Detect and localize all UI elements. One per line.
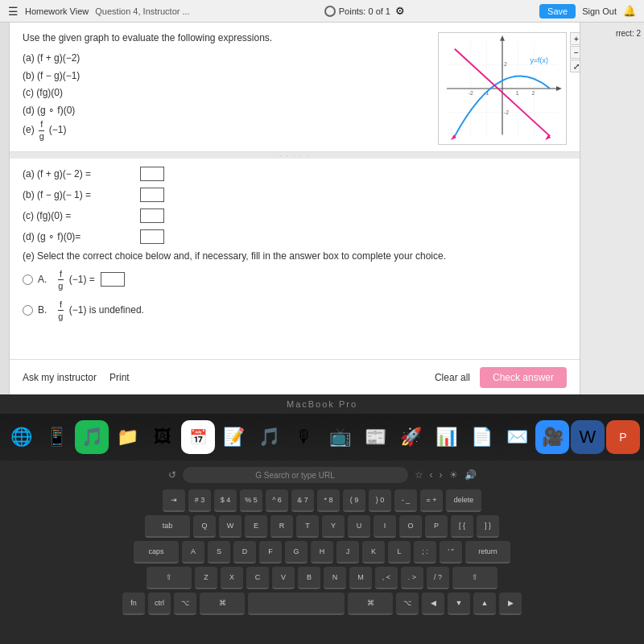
key-cmd-l[interactable]: ⌘ <box>200 592 245 615</box>
key-period[interactable]: . > <box>401 567 423 589</box>
key-u[interactable]: U <box>348 515 370 538</box>
key-minus[interactable]: - _ <box>394 489 417 512</box>
bookmark-icon[interactable]: ☆ <box>415 469 423 481</box>
key-e[interactable]: E <box>245 515 267 538</box>
key-z[interactable]: Z <box>195 567 217 589</box>
key-shift-r[interactable]: ⇧ <box>452 567 497 589</box>
key-open-paren[interactable]: ( 9 <box>343 489 365 512</box>
key-r[interactable]: R <box>270 515 293 538</box>
key-b[interactable]: B <box>298 567 320 589</box>
dock-zoom[interactable]: 🎥 <box>535 420 569 454</box>
key-x[interactable]: X <box>221 567 243 589</box>
dock-mail[interactable]: ✉️ <box>500 420 534 454</box>
key-f[interactable]: F <box>259 541 282 564</box>
answer-a-input[interactable] <box>140 167 164 181</box>
key-s[interactable]: S <box>208 541 230 564</box>
answer-d-input[interactable] <box>140 229 164 244</box>
dock-numbers[interactable]: 📊 <box>429 420 463 454</box>
key-caret[interactable]: ^ 6 <box>266 489 288 512</box>
key-k[interactable]: K <box>362 541 385 564</box>
key-v[interactable]: V <box>272 567 295 589</box>
option-a-radio[interactable] <box>23 275 33 285</box>
key-close-brace[interactable]: ] } <box>477 515 499 538</box>
zoom-out-button[interactable]: − <box>570 46 580 59</box>
key-delete[interactable]: delete <box>446 489 481 512</box>
key-h[interactable]: H <box>311 541 333 564</box>
check-answer-button[interactable]: Check answer <box>480 367 567 388</box>
key-up[interactable]: ▲ <box>473 592 496 615</box>
bell-icon[interactable]: 🔔 <box>623 5 636 17</box>
key-semicolon[interactable]: ; : <box>414 541 436 564</box>
dock-files[interactable]: 📁 <box>110 420 144 454</box>
dock-itunes[interactable]: 🎵 <box>252 420 286 454</box>
key-o[interactable]: O <box>399 515 422 538</box>
key-slash[interactable]: / ? <box>427 567 449 589</box>
key-g[interactable]: G <box>285 541 308 564</box>
sign-out-button[interactable]: Sign Out <box>582 6 617 16</box>
key-return[interactable]: return <box>465 541 510 564</box>
key-tab2[interactable]: tab <box>145 515 190 538</box>
dock-facetime[interactable]: 📱 <box>39 420 73 454</box>
key-comma[interactable]: , < <box>375 567 398 589</box>
hamburger-icon[interactable]: ☰ <box>8 5 19 18</box>
dock-spotify[interactable]: 🎵 <box>75 420 109 454</box>
ask-instructor-button[interactable]: Ask my instructor <box>23 372 97 383</box>
option-b-radio[interactable] <box>23 305 33 316</box>
key-close-paren[interactable]: ) 0 <box>369 489 391 512</box>
key-t[interactable]: T <box>296 515 319 538</box>
key-hash[interactable]: # 3 <box>188 489 211 512</box>
dock-notes[interactable]: 📝 <box>217 420 250 454</box>
key-i[interactable]: I <box>374 515 396 538</box>
key-fn[interactable]: fn <box>122 592 145 615</box>
key-m[interactable]: M <box>349 567 372 589</box>
nav-forward-icon[interactable]: › <box>440 469 443 481</box>
key-cmd-r[interactable]: ⌘ <box>348 592 393 615</box>
key-amp[interactable]: & 7 <box>291 489 314 512</box>
key-open-brace[interactable]: [ { <box>451 515 473 538</box>
key-c[interactable]: C <box>246 567 269 589</box>
dock-pages[interactable]: 📄 <box>464 420 498 454</box>
key-alt-r[interactable]: ⌥ <box>396 592 419 615</box>
key-w[interactable]: W <box>219 515 242 538</box>
option-a-input[interactable] <box>101 272 125 287</box>
key-d[interactable]: D <box>233 541 256 564</box>
nav-back-icon[interactable]: ‹ <box>430 469 433 481</box>
back-icon[interactable]: ↺ <box>168 469 176 481</box>
key-space[interactable] <box>248 592 345 615</box>
dock-calendar[interactable]: 📅 <box>181 420 215 454</box>
print-button[interactable]: Print <box>109 372 130 383</box>
clear-all-button[interactable]: Clear all <box>435 372 470 383</box>
key-a[interactable]: A <box>182 541 204 564</box>
key-y[interactable]: Y <box>322 515 345 538</box>
expand-button[interactable]: ⤢ <box>570 60 580 72</box>
url-bar[interactable]: G Search or type URL <box>183 467 408 483</box>
answer-c-input[interactable] <box>140 208 164 223</box>
dock-finder[interactable]: 🌐 <box>4 420 38 454</box>
key-quote[interactable]: ' " <box>440 541 462 564</box>
dock-podcast[interactable]: 🎙 <box>287 420 321 454</box>
key-down[interactable]: ▼ <box>448 592 470 615</box>
key-alt-l[interactable]: ⌥ <box>174 592 196 615</box>
key-dollar[interactable]: $ 4 <box>214 489 237 512</box>
key-plus[interactable]: = + <box>420 489 443 512</box>
key-q[interactable]: Q <box>193 515 216 538</box>
volume-icon[interactable]: 🔊 <box>464 469 477 481</box>
key-l[interactable]: L <box>388 541 411 564</box>
key-tab[interactable]: ⇥ <box>163 489 185 512</box>
zoom-in-button[interactable]: + <box>570 32 580 45</box>
key-star[interactable]: * 8 <box>317 489 340 512</box>
key-j[interactable]: J <box>336 541 359 564</box>
key-caps[interactable]: caps <box>134 541 179 564</box>
key-left[interactable]: ◀ <box>422 592 444 615</box>
key-p[interactable]: P <box>425 515 448 538</box>
dock-powerpoint[interactable]: P <box>606 420 640 454</box>
save-button[interactable]: Save <box>539 4 576 19</box>
key-percent[interactable]: % 5 <box>240 489 262 512</box>
key-ctrl[interactable]: ctrl <box>148 592 171 615</box>
brightness-icon[interactable]: ☀ <box>449 469 458 481</box>
dock-appletv[interactable]: 📺 <box>323 420 357 454</box>
gear-icon[interactable]: ⚙ <box>395 5 405 17</box>
key-n[interactable]: N <box>324 567 346 589</box>
dock-photos[interactable]: 🖼 <box>146 420 180 454</box>
dock-news[interactable]: 📰 <box>358 420 392 454</box>
